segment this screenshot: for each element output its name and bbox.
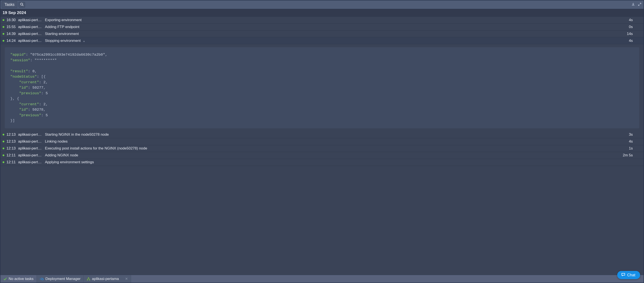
svg-point-0 bbox=[20, 3, 23, 5]
check-icon bbox=[4, 277, 7, 281]
task-description: Starting environment bbox=[45, 32, 622, 36]
status-dot-icon bbox=[2, 154, 4, 156]
task-detail-json: "appid": "075ca2991cc893e74192da6630c7a2… bbox=[5, 47, 639, 128]
status-dot-icon bbox=[2, 141, 4, 142]
status-text: No active tasks bbox=[9, 277, 34, 281]
task-row[interactable]: 15:55 aplikasi-perta… Adding FTP endpoin… bbox=[0, 23, 644, 30]
task-description: Exporting environment bbox=[45, 18, 622, 22]
expand-icon bbox=[638, 2, 641, 7]
status-dot-icon bbox=[2, 40, 4, 42]
task-time: 12:13 bbox=[6, 146, 18, 151]
date-group-header: 19 Sep 2024 bbox=[0, 9, 644, 16]
status-dot-icon bbox=[2, 33, 4, 35]
task-description: Applying environment settings bbox=[45, 160, 622, 164]
task-app: aplikasi-perta… bbox=[18, 39, 42, 43]
task-time: 15:55 bbox=[6, 25, 18, 29]
tasks-body[interactable]: 19 Sep 2024 16:30 aplikasi-perta… Export… bbox=[0, 9, 644, 275]
task-description: Executing post install actions for the N… bbox=[45, 146, 622, 151]
status-text: Deployment Manager bbox=[45, 277, 80, 281]
task-duration: 4s bbox=[622, 139, 642, 144]
task-duration: 0s bbox=[622, 25, 642, 29]
task-description: Adding NGINX node bbox=[45, 153, 622, 157]
chat-button[interactable]: Chat bbox=[617, 271, 640, 279]
task-description: Starting NGINX in the node50278 node bbox=[45, 132, 622, 137]
task-app: aplikasi-perta… bbox=[18, 132, 42, 137]
status-dot-icon bbox=[2, 26, 4, 28]
status-dot-icon bbox=[2, 148, 4, 149]
task-time: 12:13 bbox=[6, 132, 18, 137]
chat-icon bbox=[621, 273, 626, 278]
tasks-panel: Tasks bbox=[0, 0, 644, 283]
task-row[interactable]: 12:11 aplikasi-perta… Adding NGINX node … bbox=[0, 152, 644, 159]
task-duration: 3s bbox=[622, 132, 642, 137]
svg-rect-2 bbox=[88, 278, 89, 278]
task-description: Stopping environment ▴ bbox=[45, 39, 622, 43]
svg-line-1 bbox=[22, 5, 23, 6]
task-duration: 14s bbox=[622, 32, 642, 36]
task-row[interactable]: 12:13 aplikasi-perta… Executing post ins… bbox=[0, 145, 644, 152]
status-app-tab[interactable]: aplikasi-pertama ✕ bbox=[84, 275, 131, 283]
task-row[interactable]: 12:13 aplikasi-perta… Linking nodes 4s bbox=[0, 138, 644, 145]
statusbar: No active tasks Deployment Manager apl bbox=[0, 275, 644, 283]
task-time: 16:30 bbox=[6, 18, 18, 22]
task-time: 12:11 bbox=[6, 153, 18, 157]
task-app: aplikasi-perta… bbox=[18, 160, 42, 164]
collapse-icon: ▴ bbox=[83, 39, 85, 42]
search-button[interactable] bbox=[18, 2, 25, 7]
task-duration: 2m 5s bbox=[622, 153, 642, 157]
task-app: aplikasi-perta… bbox=[18, 146, 42, 151]
download-icon bbox=[632, 2, 635, 7]
task-app: aplikasi-perta… bbox=[18, 32, 42, 36]
task-row[interactable]: 14:24 aplikasi-perta… Stopping environme… bbox=[0, 37, 644, 44]
task-row[interactable]: 14:39 aplikasi-perta… Starting environme… bbox=[0, 30, 644, 37]
task-time: 14:39 bbox=[6, 32, 18, 36]
status-dot-icon bbox=[2, 161, 4, 163]
tasks-tab[interactable]: Tasks bbox=[2, 1, 17, 8]
task-time: 14:24 bbox=[6, 39, 18, 43]
cloud-upload-icon bbox=[40, 277, 44, 281]
task-row[interactable]: 12:13 aplikasi-perta… Starting NGINX in … bbox=[0, 131, 644, 138]
status-no-active-tasks: No active tasks bbox=[0, 275, 37, 283]
status-dot-icon bbox=[2, 134, 4, 135]
status-text: aplikasi-pertama bbox=[92, 277, 119, 281]
close-icon: ✕ bbox=[125, 277, 128, 281]
task-description: Adding FTP endpoint bbox=[45, 25, 622, 29]
close-tab-button[interactable]: ✕ bbox=[125, 277, 128, 281]
task-time: 12:13 bbox=[6, 139, 18, 144]
task-row[interactable]: 12:11 aplikasi-perta… Applying environme… bbox=[0, 159, 644, 166]
maximize-button[interactable] bbox=[637, 2, 642, 7]
download-button[interactable] bbox=[630, 2, 636, 7]
svg-rect-4 bbox=[89, 280, 90, 281]
task-duration: 4s bbox=[622, 18, 642, 22]
search-icon bbox=[20, 2, 24, 7]
task-app: aplikasi-perta… bbox=[18, 25, 42, 29]
task-duration: 4s bbox=[622, 39, 642, 43]
task-app: aplikasi-perta… bbox=[18, 18, 42, 22]
task-time: 12:11 bbox=[6, 160, 18, 164]
task-duration: 1s bbox=[622, 146, 642, 151]
svg-rect-3 bbox=[87, 280, 88, 281]
nodes-icon bbox=[87, 277, 90, 281]
status-dot-icon bbox=[2, 19, 4, 21]
status-deployment-manager[interactable]: Deployment Manager bbox=[37, 275, 84, 283]
task-app: aplikasi-perta… bbox=[18, 139, 42, 144]
task-description: Linking nodes bbox=[45, 139, 622, 144]
task-app: aplikasi-perta… bbox=[18, 153, 42, 157]
chat-label: Chat bbox=[627, 273, 635, 278]
task-row[interactable]: 16:30 aplikasi-perta… Exporting environm… bbox=[0, 16, 644, 23]
toolbar: Tasks bbox=[0, 0, 644, 9]
